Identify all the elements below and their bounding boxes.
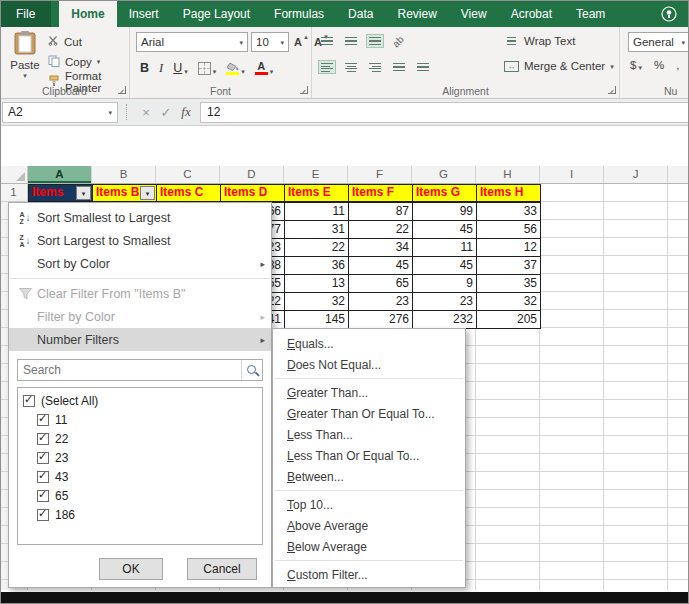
font-name-combo[interactable]: Arial ▾ — [136, 32, 248, 52]
fill-color-button[interactable]: ▾ — [226, 62, 245, 75]
column-header-f[interactable]: F — [348, 166, 412, 183]
tab-team[interactable]: Team — [564, 0, 617, 27]
grow-font-button[interactable]: A▲ — [294, 36, 309, 48]
row-header-1[interactable]: 1 — [0, 184, 28, 202]
menu-item-sort-largest-to-smallest[interactable]: ZA↓ Sort Largest to Smallest — [9, 229, 271, 252]
cut-button[interactable]: Cut — [48, 33, 129, 50]
cell-h8[interactable]: 205 — [477, 311, 541, 329]
top-align-button[interactable] — [318, 34, 336, 48]
cell-f3[interactable]: 22 — [349, 221, 413, 239]
decrease-indent-button[interactable] — [390, 60, 408, 74]
filter-dropdown-b1[interactable]: ▾ — [140, 186, 155, 200]
column-header-partial[interactable] — [668, 166, 689, 183]
tab-page-layout[interactable]: Page Layout — [171, 0, 262, 27]
cell-g5[interactable]: 45 — [413, 257, 477, 275]
menu-item-sort-smallest-to-largest[interactable]: AZ↓ Sort Smallest to Largest — [9, 206, 271, 229]
cell-d1[interactable]: Items D — [220, 184, 285, 202]
paste-button[interactable]: Paste ▾ — [6, 30, 44, 90]
comma-style-button[interactable]: , — [676, 59, 679, 71]
tab-file[interactable]: File — [0, 0, 51, 27]
orientation-button[interactable]: ab — [388, 31, 407, 50]
column-header-e[interactable]: E — [284, 166, 348, 183]
cell-h6[interactable]: 35 — [477, 275, 541, 293]
increase-indent-button[interactable] — [414, 60, 432, 74]
align-right-button[interactable] — [366, 60, 384, 74]
column-header-i[interactable]: I — [540, 166, 604, 183]
search-input[interactable] — [17, 359, 263, 381]
font-size-combo[interactable]: 10 ▾ — [251, 32, 289, 52]
submenu-item-greater-than-or-equal[interactable]: Greater Than Or Equal To... — [273, 403, 465, 424]
submenu-item-custom-filter[interactable]: Custom Filter... — [273, 564, 465, 585]
submenu-item-does-not-equal[interactable]: Does Not Equal... — [273, 354, 465, 375]
percent-style-button[interactable]: % — [654, 59, 664, 71]
middle-align-button[interactable] — [342, 34, 360, 48]
wrap-text-button[interactable]: Wrap Text — [504, 34, 575, 48]
cell-g4[interactable]: 11 — [413, 239, 477, 257]
clipboard-dialog-launcher[interactable] — [118, 86, 126, 94]
checkbox-value-43[interactable]: 43 — [23, 467, 262, 486]
submenu-item-below-average[interactable]: Below Average — [273, 536, 465, 557]
menu-item-sort-by-color[interactable]: Sort by Color ▸ — [9, 252, 271, 275]
column-header-j[interactable]: J — [604, 166, 668, 183]
checkbox-value-186[interactable]: 186 — [23, 505, 262, 524]
cell-h5[interactable]: 37 — [477, 257, 541, 275]
column-header-a[interactable]: A — [28, 166, 92, 183]
name-box-splitter[interactable] — [126, 104, 130, 120]
cell-g6[interactable]: 9 — [413, 275, 477, 293]
insert-function-button[interactable]: fx — [176, 104, 196, 120]
cell-g3[interactable]: 45 — [413, 221, 477, 239]
cell-e8[interactable]: 145 — [285, 311, 349, 329]
cell-h4[interactable]: 12 — [477, 239, 541, 257]
tab-acrobat[interactable]: Acrobat — [499, 0, 564, 27]
cancel-button[interactable]: Cancel — [187, 558, 257, 580]
underline-button[interactable]: U ▾ — [173, 61, 188, 75]
cell-f2[interactable]: 87 — [349, 203, 413, 221]
cell-e3[interactable]: 31 — [285, 221, 349, 239]
align-center-button[interactable] — [342, 60, 360, 74]
column-header-d[interactable]: D — [220, 166, 284, 183]
column-header-h[interactable]: H — [476, 166, 540, 183]
cell-h1[interactable]: Items H — [476, 184, 541, 202]
checkbox-value-23[interactable]: 23 — [23, 448, 262, 467]
alignment-dialog-launcher[interactable] — [608, 86, 616, 94]
align-left-button[interactable] — [318, 60, 336, 74]
column-header-c[interactable]: C — [156, 166, 220, 183]
submenu-item-less-than[interactable]: Less Than... — [273, 424, 465, 445]
ok-button[interactable]: OK — [99, 558, 163, 580]
search-button[interactable] — [241, 360, 262, 380]
font-dialog-launcher[interactable] — [300, 86, 308, 94]
cell-g7[interactable]: 23 — [413, 293, 477, 311]
checkbox-value-11[interactable]: 11 — [23, 410, 262, 429]
tab-formulas[interactable]: Formulas — [262, 0, 336, 27]
checkbox-select-all[interactable]: (Select All) — [23, 391, 262, 410]
cell-f1[interactable]: Items F — [348, 184, 413, 202]
cell-f7[interactable]: 23 — [349, 293, 413, 311]
column-header-b[interactable]: B — [92, 166, 156, 183]
borders-button[interactable]: ▾ — [198, 62, 217, 75]
tell-me-lightbulb-icon[interactable] — [661, 6, 677, 22]
bold-button[interactable]: B — [140, 61, 149, 75]
tab-review[interactable]: Review — [385, 0, 448, 27]
cell-h7[interactable]: 32 — [477, 293, 541, 311]
enter-entry-button[interactable]: ✓ — [156, 105, 176, 120]
tab-data[interactable]: Data — [336, 0, 385, 27]
cell-f5[interactable]: 45 — [349, 257, 413, 275]
cell-e7[interactable]: 32 — [285, 293, 349, 311]
cell-e4[interactable]: 22 — [285, 239, 349, 257]
accounting-format-button[interactable]: $ ▾ — [630, 59, 642, 71]
cell-f6[interactable]: 65 — [349, 275, 413, 293]
number-format-combo[interactable]: General ▾ — [628, 32, 689, 52]
tab-view[interactable]: View — [449, 0, 499, 27]
name-box[interactable]: A2 ▾ — [2, 102, 118, 123]
filter-dropdown-a1[interactable]: ▾ — [76, 186, 91, 200]
cell-c1[interactable]: Items C — [156, 184, 221, 202]
cancel-entry-button[interactable]: × — [136, 105, 156, 120]
cell-g2[interactable]: 99 — [413, 203, 477, 221]
cell-h3[interactable]: 56 — [477, 221, 541, 239]
cell-g1[interactable]: Items G — [412, 184, 477, 202]
tab-insert[interactable]: Insert — [117, 0, 171, 27]
cell-e2[interactable]: 11 — [285, 203, 349, 221]
tab-home[interactable]: Home — [59, 0, 116, 27]
formula-input[interactable]: 12 — [200, 102, 689, 123]
submenu-item-greater-than[interactable]: Greater Than... — [273, 382, 465, 403]
